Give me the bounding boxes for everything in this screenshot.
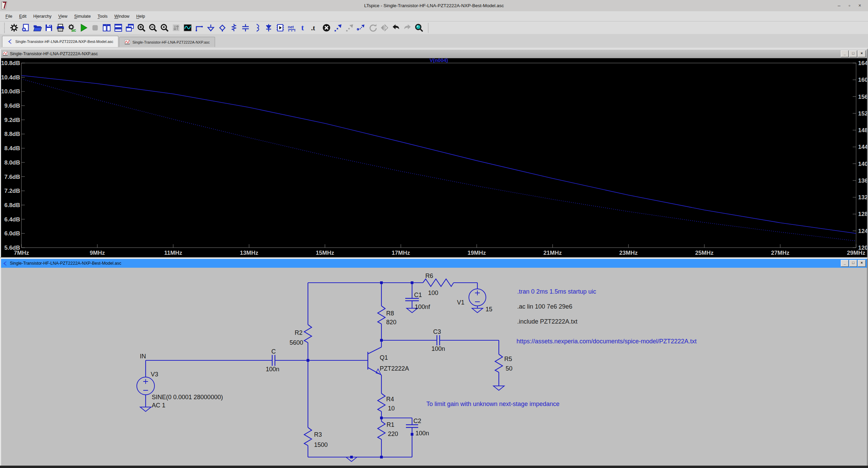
right-axis-label: 136°	[858, 177, 867, 184]
close-button[interactable]: ×	[858, 260, 866, 267]
x-axis-label: 21MHz	[543, 250, 562, 256]
menubar: FileEditHierarchyViewSimulateToolsWindow…	[0, 11, 868, 21]
menu-file[interactable]: File	[2, 12, 16, 21]
run-icon[interactable]	[78, 22, 89, 33]
tile-horizontal-icon[interactable]	[113, 22, 124, 33]
open-file-icon[interactable]	[32, 22, 43, 33]
right-axis-label: 152°	[858, 110, 867, 117]
edit-simulation-cmd-icon[interactable]: ac	[67, 22, 77, 33]
menu-simulate[interactable]: Simulate	[71, 12, 94, 21]
menu-tools[interactable]: Tools	[94, 12, 111, 21]
component-value-Q1: PZT2222A	[380, 365, 409, 372]
find-icon[interactable]	[414, 22, 424, 33]
place-text-icon[interactable]: t	[298, 22, 309, 33]
place-inductor-icon[interactable]	[252, 22, 262, 33]
rotate-icon[interactable]	[367, 22, 378, 33]
left-axis-label: 8.4dB	[4, 145, 20, 152]
menu-edit[interactable]: Edit	[16, 12, 30, 21]
left-axis-label: 10.0dB	[1, 88, 20, 95]
schematic-canvas[interactable]: R6100C1100nfV115R8820C3100nR550R25600C10…	[1, 268, 867, 467]
waveform-plot-area[interactable]: V(n004)10.8dB10.4dB10.0dB9.6dB9.2dB8.8dB…	[1, 58, 867, 257]
view-waveform-icon[interactable]	[182, 22, 193, 33]
tab-label: Single-Transistor-HF-LNA-PZT2222A-NXP.as…	[132, 40, 210, 44]
view-netlist-icon[interactable]: net	[286, 22, 297, 33]
print-icon[interactable]	[55, 22, 66, 33]
right-axis-label: 124°	[858, 228, 867, 234]
right-axis-label: 144°	[858, 144, 867, 150]
bode-plot[interactable]: V(n004)10.8dB10.4dB10.0dB9.6dB9.2dB8.8dB…	[1, 58, 867, 257]
mirror-icon[interactable]	[379, 22, 390, 33]
component-value-C1: 100nf	[415, 303, 430, 310]
place-diode-icon[interactable]	[263, 22, 274, 33]
menu-hierarchy[interactable]: Hierarchy	[30, 12, 55, 21]
schematic-window-title: Single-Transistor-HF-LNA-PZT2222A-NXP-Be…	[10, 261, 121, 266]
stretch-icon[interactable]	[356, 22, 366, 33]
zoom-full-extents-icon[interactable]	[159, 22, 170, 33]
place-capacitor-icon[interactable]	[240, 22, 251, 33]
svg-text:t: t	[301, 23, 304, 32]
minimize-button[interactable]: _	[841, 260, 849, 267]
svg-text:.t: .t	[311, 24, 315, 32]
new-schematic-icon[interactable]	[20, 22, 31, 33]
spice-directive-icon[interactable]: .t	[310, 22, 320, 33]
component-value-C2: 100n	[415, 430, 429, 437]
x-axis-label: 9MHz	[90, 250, 105, 256]
redo-icon[interactable]	[402, 22, 413, 33]
delete-icon[interactable]	[321, 22, 332, 33]
schematic-window-titlebar[interactable]: Single-Transistor-HF-LNA-PZT2222A-NXP-Be…	[1, 259, 867, 268]
label-net-icon[interactable]	[217, 22, 228, 33]
menu-window[interactable]: Window	[111, 12, 133, 21]
tab-1-active[interactable]: Single-Transistor-HF-LNA-PZT2222A-NXP-Be…	[2, 36, 118, 47]
pan-icon[interactable]	[171, 22, 181, 33]
cascade-windows-icon[interactable]	[125, 22, 135, 33]
component-value-V1: 15	[486, 306, 492, 313]
undo-icon[interactable]	[391, 22, 401, 33]
junction-dot	[350, 456, 353, 458]
right-axis-label: 140°	[858, 161, 867, 167]
tile-vertical-icon[interactable]	[101, 22, 112, 33]
bottom-edge-strip	[0, 466, 868, 468]
zoom-in-icon[interactable]	[136, 22, 147, 33]
minimize-button[interactable]: _	[841, 50, 849, 57]
ltspice-main-window: LTspice - Single-Transistor-HF-LNA-PZT22…	[0, 0, 868, 468]
main-window-controls: –▫×	[838, 0, 868, 11]
waveform-window-titlebar[interactable]: Single-Transistor-HF-LNA-PZT2222A-NXP.as…	[1, 49, 867, 58]
menu-help[interactable]: Help	[133, 12, 148, 21]
drag-icon[interactable]	[344, 22, 355, 33]
junction-dot	[380, 281, 383, 284]
halt-icon[interactable]	[90, 22, 100, 33]
tabbar: Single-Transistor-HF-LNA-PZT2222A-NXP-Be…	[0, 34, 868, 47]
comment-text-2: To limit gain with unknown next-stage im…	[426, 401, 559, 407]
place-resistor-icon[interactable]	[229, 22, 239, 33]
close-button[interactable]: ×	[858, 0, 861, 11]
left-axis-label: 6.8dB	[4, 202, 20, 208]
control-panel-icon[interactable]	[9, 22, 19, 33]
schematic-drawing[interactable]: R6100C1100nfV115R8820C3100nR550R25600C10…	[1, 268, 867, 467]
maximize-button[interactable]: □	[849, 260, 857, 267]
place-component-icon[interactable]	[275, 22, 285, 33]
right-axis-label: 156°	[858, 94, 867, 100]
component-ref-C1: C1	[414, 292, 422, 298]
left-axis-label: 10.4dB	[1, 74, 20, 81]
place-ground-icon[interactable]	[206, 22, 216, 33]
left-axis-label: 9.2dB	[4, 117, 20, 123]
tab-2[interactable]: Single-Transistor-HF-LNA-PZT2222A-NXP.as…	[119, 37, 215, 47]
maximize-button[interactable]: □	[849, 50, 857, 57]
save-icon[interactable]	[44, 22, 54, 33]
zoom-out-icon[interactable]	[148, 22, 158, 33]
menu-view[interactable]: View	[55, 12, 71, 21]
junction-dot	[380, 456, 383, 458]
x-axis-label: 15MHz	[316, 250, 334, 256]
close-button[interactable]: ×	[858, 50, 866, 57]
move-icon[interactable]	[333, 22, 343, 33]
draw-wire-icon[interactable]	[194, 22, 204, 33]
junction-dot	[380, 339, 383, 342]
maximize-button[interactable]: ▫	[849, 0, 850, 11]
schematic-window-buttons: _□×	[841, 260, 866, 267]
minimize-button[interactable]: –	[838, 0, 840, 11]
component-ref-R8: R8	[386, 310, 394, 317]
left-axis-label: 10.8dB	[1, 60, 20, 66]
tab-label: Single-Transistor-HF-LNA-PZT2222A-NXP-Be…	[15, 40, 113, 44]
component-value-R1: 220	[388, 431, 398, 437]
x-axis-label: 27MHz	[771, 250, 789, 256]
